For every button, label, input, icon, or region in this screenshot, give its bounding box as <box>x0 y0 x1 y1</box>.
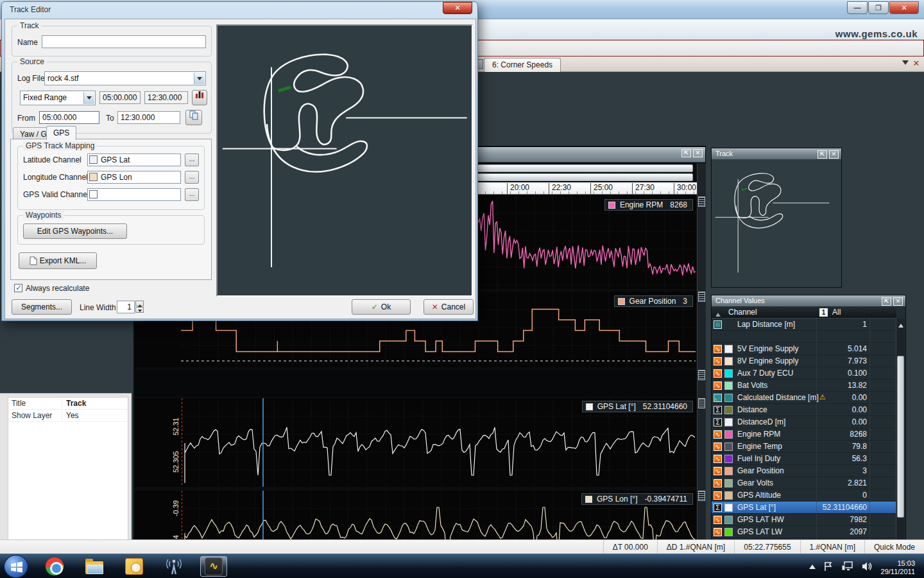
channel-value: 0.100 <box>808 369 867 378</box>
action-center-flag-icon[interactable] <box>823 561 834 572</box>
channel-row-aux-7-duty-ecu[interactable]: ∿Aux 7 Duty ECU0.100 <box>712 367 896 380</box>
channel-row-calculated-distance-m[interactable]: ⚠Calculated Distance [m]0.00⚠ <box>712 392 896 404</box>
column-divider <box>869 367 870 379</box>
line-width-spinner[interactable] <box>135 301 144 313</box>
signal-channel-icon: ∿ <box>714 455 722 463</box>
channel-row-5v-engine-supply[interactable]: ∿5V Engine Supply5.014 <box>712 343 896 355</box>
browse-valid-button[interactable]: ... <box>185 188 199 201</box>
channel-row-gps-lat-lw[interactable]: ∿GPS LAT LW2097 <box>712 526 896 538</box>
minimize-button[interactable]: — <box>847 1 868 14</box>
col-channel-header[interactable]: Channel <box>728 308 757 317</box>
range-start-field[interactable]: 05:00.000 <box>99 91 141 104</box>
channel-panel-titlebar[interactable]: Channel Values ⇱ ✕ <box>712 295 905 306</box>
taskbar-gems-button[interactable]: ∿ <box>200 556 227 577</box>
taskbar-wireless-button[interactable] <box>160 556 187 577</box>
channel-value: 0.00 <box>808 417 867 426</box>
volume-icon[interactable] <box>862 561 873 572</box>
channel-scroll-thumb[interactable] <box>897 356 904 518</box>
always-recalculate-checkbox[interactable] <box>14 284 22 292</box>
channel-row-engine-temp[interactable]: ∿Engine Temp79.8 <box>712 441 896 453</box>
channel-row-lap-distance-m[interactable]: Lap Distance [m]1 <box>712 319 896 331</box>
range-graph-button[interactable] <box>192 90 207 105</box>
range-mode-combo[interactable]: Fixed Range <box>20 91 96 105</box>
network-icon[interactable] <box>841 561 854 572</box>
property-row-title[interactable]: TitleTrack <box>8 398 128 410</box>
line-width-input[interactable]: 1 <box>117 301 135 313</box>
spin-down-icon[interactable] <box>135 307 144 313</box>
taskbar-outlook-button[interactable] <box>121 556 148 577</box>
pane-splitter-grip[interactable] <box>698 398 705 408</box>
channel-value: 79.8 <box>808 442 867 451</box>
property-row-show-layer[interactable]: Show LayerYes <box>8 410 128 422</box>
taskbar-explorer-button[interactable] <box>81 556 108 577</box>
browse-longitude-button[interactable]: ... <box>185 171 199 184</box>
tray-expand-icon[interactable] <box>809 561 816 569</box>
track-panel-titlebar[interactable]: Track ⇱ ✕ <box>712 148 841 159</box>
channel-row-gps-lat-hw[interactable]: ∿GPS LAT HW7982 <box>712 514 896 526</box>
segments-button[interactable]: Segments... <box>12 299 72 315</box>
pane-splitter-grip[interactable] <box>698 197 705 207</box>
close-icon[interactable]: ✕ <box>893 297 903 306</box>
close-icon[interactable]: ✕ <box>829 150 839 159</box>
float-icon[interactable]: ⇱ <box>882 297 891 306</box>
latitude-channel-field[interactable]: GPS Lat <box>87 153 181 166</box>
column-divider <box>869 428 870 440</box>
legend-lon[interactable]: GPS Lon [°]-0.39474711 <box>581 493 693 505</box>
tab-close-icon[interactable]: ✕ <box>911 58 921 69</box>
channel-color-swatch <box>724 381 733 390</box>
channel-row-gps-lat[interactable]: ΣGPS Lat [°]52.31104660 <box>712 502 896 514</box>
spin-up-icon[interactable] <box>135 301 144 306</box>
tab-gps[interactable]: GPS <box>46 126 76 140</box>
track-name-input[interactable] <box>42 35 206 48</box>
longitude-channel-field[interactable]: GPS Lon <box>87 171 181 184</box>
channel-row-fuel-inj-duty[interactable]: ∿Fuel Inj Duty56.3 <box>712 453 896 465</box>
close-button[interactable]: ✕ <box>889 1 919 14</box>
channel-row-distance[interactable]: ΣDistance0.00 <box>712 404 896 416</box>
channel-row-bat-volts[interactable]: ∿Bat Volts13.82 <box>712 380 896 392</box>
edit-gps-waypoints-button[interactable]: Edit GPS Waypoints... <box>23 223 127 239</box>
copy-range-button[interactable] <box>185 110 202 125</box>
export-kml-button[interactable]: Export KML... <box>19 252 97 269</box>
pane-splitter-grip[interactable] <box>698 292 705 302</box>
channel-row-distanced-m[interactable]: ΣDistanceD [m]0.00 <box>712 416 896 428</box>
tab-corner-speeds[interactable]: 6: Corner Speeds <box>484 58 561 72</box>
from-input[interactable]: 05:00.000 <box>39 111 99 124</box>
col-all-header[interactable]: All <box>832 308 841 317</box>
float-icon[interactable]: ⇱ <box>681 149 691 157</box>
window-controls: — ❐ ✕ <box>847 1 919 14</box>
restore-button[interactable]: ❐ <box>868 1 889 14</box>
channel-row-gear-volts[interactable]: ∿Gear Volts2.821 <box>712 477 896 489</box>
log-file-combo[interactable]: rock 4.stf <box>44 71 206 85</box>
channel-name: Calculated Distance [m] <box>737 393 819 402</box>
to-input[interactable]: 12:30.000 <box>117 111 180 124</box>
tab-list-dropdown-icon[interactable] <box>902 60 909 68</box>
gps-lat-pane[interactable]: GPS Lat [°]52.3110466052.3152.305 <box>135 398 697 487</box>
pane-splitter-grip[interactable] <box>698 491 705 501</box>
taskbar-chrome-button[interactable] <box>41 556 68 577</box>
close-icon[interactable]: ✕ <box>693 149 703 157</box>
legend-lat[interactable]: GPS Lat [°]52.31104660 <box>582 401 693 412</box>
gps-valid-channel-field[interactable] <box>87 188 181 201</box>
scroll-up-icon[interactable] <box>898 321 903 328</box>
pane-splitter-grip[interactable] <box>698 370 705 380</box>
dropdown-arrow-icon[interactable] <box>83 92 94 104</box>
browse-latitude-button[interactable]: ... <box>185 153 199 166</box>
dialog-close-button[interactable]: ✕ <box>443 2 472 14</box>
legend-rpm[interactable]: Engine RPM8268 <box>604 199 693 211</box>
float-icon[interactable]: ⇱ <box>817 150 827 159</box>
range-end-field[interactable]: 12:30.000 <box>144 91 188 104</box>
chrome-icon <box>46 557 64 575</box>
channel-row-engine-rpm[interactable]: ∿Engine RPM8268 <box>712 428 896 441</box>
start-button[interactable] <box>4 555 28 578</box>
channel-table-header[interactable]: Channel 1 All <box>712 306 896 319</box>
dropdown-arrow-icon[interactable] <box>194 73 205 84</box>
channel-row-gps-altitude[interactable]: ∿GPS Altitude0 <box>712 489 896 502</box>
vertical-scrollbar[interactable] <box>697 163 706 578</box>
cancel-button[interactable]: ✕Cancel <box>424 299 474 315</box>
sort-asc-icon[interactable] <box>715 310 721 317</box>
tray-clock[interactable]: 15:03 29/11/2011 <box>881 557 915 576</box>
channel-row-gear-position[interactable]: ∿Gear Position3 <box>712 465 896 477</box>
channel-row-8v-engine-supply[interactable]: ∿8V Engine Supply7.973 <box>712 355 896 367</box>
legend-gear[interactable]: Gear Position3 <box>614 295 693 307</box>
ok-button[interactable]: ✓Ok <box>352 299 411 315</box>
